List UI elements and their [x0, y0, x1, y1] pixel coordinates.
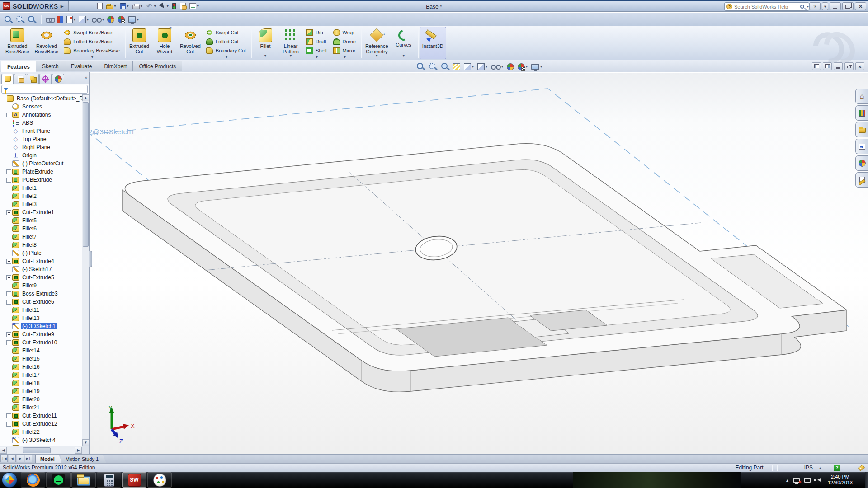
heads-up-button[interactable]: ▾: [506, 63, 514, 71]
hole-wizard-button[interactable]: HoleWizard: [152, 27, 177, 59]
ribbon-small-button[interactable]: Mirror: [333, 46, 356, 55]
tree-item[interactable]: Cut-Extrude10: [0, 338, 82, 347]
instant3d-button[interactable]: Instant3D: [420, 27, 446, 59]
taskbar-app-button[interactable]: [71, 472, 96, 488]
ribbon-small-button[interactable]: Boundary Cut: [206, 46, 246, 55]
panel-chevron[interactable]: »: [85, 75, 87, 80]
expand-icon[interactable]: [6, 275, 11, 280]
scroll-right-arrow[interactable]: ▶: [75, 447, 82, 454]
tree-item[interactable]: Boss-Extrude3: [0, 290, 82, 298]
tree-item[interactable]: Fillet5: [0, 216, 82, 225]
ribbon-small-button[interactable]: Shell: [306, 46, 326, 55]
sketch-callout-label[interactable]: 2@3DSketch1: [89, 128, 135, 136]
expand-icon[interactable]: [6, 210, 11, 215]
ribbon-small-button[interactable]: Rib: [306, 28, 326, 37]
dropdown-caret-icon[interactable]: ▾: [472, 65, 474, 69]
linear-pattern-button[interactable]: LinearPattern: [278, 27, 303, 59]
tree-filter-field[interactable]: [1, 85, 88, 94]
tree-item[interactable]: Fillet9: [0, 282, 82, 290]
view-toolbar-button[interactable]: ▾: [39, 14, 43, 24]
ribbon-small-button[interactable]: Lofted Boss/Base: [64, 38, 120, 46]
quick-access-button[interactable]: ▾: [118, 1, 130, 11]
document-window-button[interactable]: [823, 62, 832, 70]
view-toolbar-button[interactable]: ▾: [78, 15, 89, 23]
manager-tab[interactable]: [14, 74, 26, 84]
task-pane-tab[interactable]: [855, 172, 868, 188]
command-tab[interactable]: Office Products: [132, 61, 182, 71]
search-dropdown-caret-icon[interactable]: ▾: [807, 5, 809, 9]
view-toolbar-button[interactable]: ▾: [66, 15, 76, 23]
command-tab[interactable]: Sketch: [36, 61, 65, 71]
show-desktop-button[interactable]: [865, 472, 868, 488]
quick-access-button[interactable]: ▾: [171, 1, 178, 11]
scroll-up-arrow[interactable]: ▲: [82, 94, 89, 101]
display-icon[interactable]: [804, 478, 811, 483]
dropdown-caret-icon[interactable]: ▾: [137, 18, 139, 22]
close-button[interactable]: [855, 2, 866, 10]
dropdown-caret-icon[interactable]: ▾: [114, 4, 116, 8]
manager-tab[interactable]: [39, 74, 52, 84]
dropdown-caret-icon[interactable]: ▾: [486, 65, 487, 69]
minimize-button[interactable]: [830, 2, 841, 10]
tray-expand-icon[interactable]: [786, 478, 788, 483]
dropdown-caret-icon[interactable]: ▾: [167, 4, 169, 8]
dropdown-caret-icon[interactable]: ▾: [540, 65, 542, 69]
dropdown-caret-icon[interactable]: ▾: [141, 4, 142, 8]
dropdown-caret-icon[interactable]: ▾: [127, 4, 129, 8]
tree-item[interactable]: Origin: [0, 151, 82, 160]
taskbar-clock[interactable]: 2:40 PM 12/30/2013: [828, 474, 853, 486]
ribbon-small-button[interactable]: Lofted Cut: [206, 38, 246, 46]
view-toolbar-button[interactable]: ▾: [4, 15, 13, 24]
view-toolbar-button[interactable]: ▾: [45, 16, 54, 23]
view-toolbar-button[interactable]: ▾: [91, 16, 104, 23]
ribbon-small-button[interactable]: Swept Cut: [206, 28, 246, 37]
dropdown-caret-icon[interactable]: ▾: [526, 65, 528, 69]
dropdown-caret-icon[interactable]: ▾: [87, 18, 89, 22]
study-tab[interactable]: Motion Study 1: [61, 455, 106, 463]
tree-item[interactable]: Cut-Extrude11: [0, 412, 82, 420]
revolved-boss-base-button[interactable]: RevolvedBoss/Base: [32, 27, 61, 59]
study-nav-button[interactable]: ❘◀: [0, 455, 8, 462]
tree-item[interactable]: Fillet21: [0, 404, 82, 412]
quick-access-button[interactable]: ▾: [158, 1, 170, 11]
vertical-scroll-thumb[interactable]: [83, 102, 89, 247]
task-pane-tab[interactable]: [855, 155, 868, 171]
tree-item[interactable]: Fillet19: [0, 387, 82, 395]
dropdown-caret-icon[interactable]: ▾: [154, 4, 156, 8]
taskbar-app-button[interactable]: [147, 472, 172, 488]
heads-up-button[interactable]: ▾: [416, 62, 425, 71]
status-help-icon[interactable]: [834, 465, 840, 471]
tree-item[interactable]: Fillet20: [0, 395, 82, 404]
help-search-box[interactable]: ▾: [724, 2, 809, 11]
task-pane-tab[interactable]: [855, 139, 868, 154]
expand-icon[interactable]: [6, 300, 11, 305]
view-toolbar-button[interactable]: ▾: [107, 15, 115, 23]
tree-item[interactable]: Fillet11: [0, 306, 82, 314]
revolved-cut-button[interactable]: RevolvedCut: [177, 27, 203, 59]
expand-icon[interactable]: [6, 291, 11, 296]
ribbon-small-button[interactable]: Swept Boss/Base: [64, 28, 120, 37]
expand-icon[interactable]: [6, 169, 11, 174]
tree-vertical-scrollbar[interactable]: ▲ ▼: [82, 94, 89, 446]
dropdown-caret-icon[interactable]: ▾: [197, 4, 199, 8]
extruded-boss-base-button[interactable]: ExtrudedBoss/Base: [3, 27, 32, 59]
view-toolbar-button[interactable]: ▾: [15, 15, 25, 24]
tree-item[interactable]: (-) 3DSketch1: [0, 322, 82, 330]
tree-item[interactable]: Fillet16: [0, 363, 82, 371]
dropdown-caret-icon[interactable]: ▾: [501, 65, 503, 69]
volume-icon[interactable]: [815, 478, 821, 482]
expand-icon[interactable]: [6, 113, 11, 117]
tree-item[interactable]: Cut-Extrude5: [0, 273, 82, 282]
heads-up-button[interactable]: ▾: [517, 63, 528, 71]
solidworks-menu-button[interactable]: SW SOLIDWORKS ▶: [0, 1, 69, 11]
graphics-viewport[interactable]: [90, 73, 868, 454]
scroll-left-arrow[interactable]: ◀: [0, 447, 7, 454]
taskbar-app-button[interactable]: SW: [122, 472, 146, 488]
network-icon[interactable]: [793, 478, 800, 483]
study-nav-button[interactable]: ◀: [9, 455, 16, 462]
help-caret-button[interactable]: [822, 2, 828, 10]
heads-up-button[interactable]: ▾: [453, 63, 461, 71]
units-selector[interactable]: IPS: [804, 465, 813, 471]
document-window-button[interactable]: [855, 62, 864, 70]
manager-tab[interactable]: [27, 74, 39, 84]
